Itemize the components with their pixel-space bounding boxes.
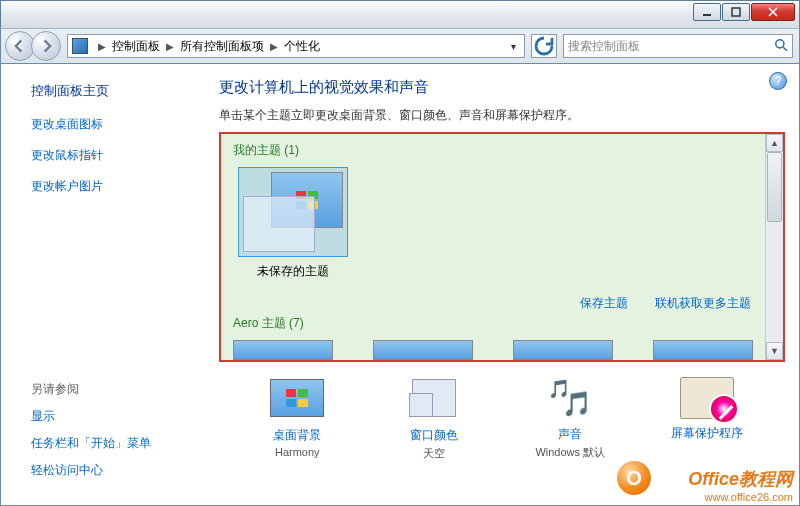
aero-theme-thumb[interactable] [233, 340, 333, 360]
control-panel-icon [72, 38, 88, 54]
aero-theme-thumb[interactable] [373, 340, 473, 360]
window-color-icon [412, 379, 456, 417]
close-button[interactable] [751, 3, 795, 21]
nav-buttons [5, 31, 61, 61]
sidebar-link-mouse-pointers[interactable]: 更改鼠标指针 [31, 147, 189, 164]
svg-point-2 [776, 39, 784, 47]
screensaver-label: 屏幕保护程序 [647, 425, 767, 442]
breadcrumb-root[interactable]: 控制面板 [110, 38, 162, 55]
aero-themes-group-title: Aero 主题 (7) [233, 315, 304, 332]
address-bar[interactable]: ▶ 控制面板 ▶ 所有控制面板项 ▶ 个性化 ▾ [67, 34, 525, 58]
wallpaper-icon [270, 379, 324, 417]
see-also-ease-of-access[interactable]: 轻松访问中心 [31, 462, 151, 479]
sounds-label: 声音 [510, 426, 630, 443]
forward-button[interactable] [31, 31, 61, 61]
desktop-background-label: 桌面背景 [237, 427, 357, 444]
aero-theme-thumb[interactable] [653, 340, 753, 360]
chevron-right-icon: ▶ [94, 41, 110, 52]
theme-unsaved[interactable]: 未保存的主题 [233, 167, 353, 280]
aero-theme-thumb[interactable] [513, 340, 613, 360]
breadcrumb-leaf[interactable]: 个性化 [282, 38, 322, 55]
sidebar-title: 控制面板主页 [31, 82, 189, 100]
sounds-shortcut[interactable]: 声音 Windows 默认 [510, 376, 630, 461]
search-placeholder: 搜索控制面板 [568, 38, 640, 55]
sidebar: 控制面板主页 更改桌面图标 更改鼠标指针 更改帐户图片 另请参阅 显示 任务栏和… [1, 64, 201, 505]
page-subtext: 单击某个主题立即更改桌面背景、窗口颜色、声音和屏幕保护程序。 [219, 107, 785, 124]
search-input[interactable]: 搜索控制面板 [563, 34, 793, 58]
themes-scrollbar[interactable]: ▲ ▼ [765, 134, 783, 360]
online-themes-link[interactable]: 联机获取更多主题 [655, 296, 751, 310]
see-also-display[interactable]: 显示 [31, 408, 151, 425]
desktop-background-shortcut[interactable]: 桌面背景 Harmony [237, 376, 357, 461]
sidebar-link-account-picture[interactable]: 更改帐户图片 [31, 178, 189, 195]
sidebar-link-desktop-icons[interactable]: 更改桌面图标 [31, 116, 189, 133]
scroll-thumb[interactable] [767, 152, 782, 222]
refresh-button[interactable] [531, 34, 557, 58]
sidebar-see-also: 另请参阅 显示 任务栏和「开始」菜单 轻松访问中心 [31, 381, 151, 489]
address-dropdown-icon[interactable]: ▾ [504, 41, 522, 52]
see-also-title: 另请参阅 [31, 381, 151, 398]
scroll-up-button[interactable]: ▲ [766, 134, 783, 152]
themes-list: 我的主题 (1) 未保存的主题 保存主题 联机获取更多主题 Aero 主题 (7… [221, 134, 765, 360]
screensaver-shortcut[interactable]: 屏幕保护程序 [647, 376, 767, 461]
page-heading: 更改计算机上的视觉效果和声音 [219, 78, 785, 97]
window-color-label: 窗口颜色 [374, 427, 494, 444]
breadcrumb-mid[interactable]: 所有控制面板项 [178, 38, 266, 55]
svg-rect-0 [703, 14, 711, 16]
window-color-shortcut[interactable]: 窗口颜色 天空 [374, 376, 494, 461]
theme-actions: 保存主题 联机获取更多主题 [556, 295, 751, 312]
screensaver-icon [680, 377, 734, 419]
window-color-value: 天空 [374, 446, 494, 461]
aero-themes-strip [233, 340, 753, 360]
sounds-icon [548, 378, 592, 418]
desktop-background-value: Harmony [237, 446, 357, 458]
main-content: 更改计算机上的视觉效果和声音 单击某个主题立即更改桌面背景、窗口颜色、声音和屏幕… [201, 64, 799, 505]
my-themes-group-title: 我的主题 (1) [233, 142, 753, 159]
window-body: ? 控制面板主页 更改桌面图标 更改鼠标指针 更改帐户图片 另请参阅 显示 任务… [0, 64, 800, 506]
window-preview-icon [243, 196, 315, 252]
settings-shortcuts: 桌面背景 Harmony 窗口颜色 天空 声音 Windows 默认 屏幕保护程… [219, 376, 785, 461]
see-also-taskbar[interactable]: 任务栏和「开始」菜单 [31, 435, 151, 452]
svg-rect-1 [732, 8, 740, 16]
theme-label: 未保存的主题 [257, 264, 329, 278]
scroll-track[interactable] [766, 152, 783, 342]
minimize-button[interactable] [693, 3, 721, 21]
theme-thumbnail [238, 167, 348, 257]
save-theme-link[interactable]: 保存主题 [580, 296, 628, 310]
chevron-right-icon: ▶ [162, 41, 178, 52]
scroll-down-button[interactable]: ▼ [766, 342, 783, 360]
maximize-button[interactable] [722, 3, 750, 21]
search-icon[interactable] [774, 38, 788, 55]
themes-panel: 我的主题 (1) 未保存的主题 保存主题 联机获取更多主题 Aero 主题 (7… [219, 132, 785, 362]
window-titlebar [0, 0, 800, 28]
sounds-value: Windows 默认 [510, 445, 630, 460]
address-toolbar: ▶ 控制面板 ▶ 所有控制面板项 ▶ 个性化 ▾ 搜索控制面板 [0, 28, 800, 64]
chevron-right-icon: ▶ [266, 41, 282, 52]
